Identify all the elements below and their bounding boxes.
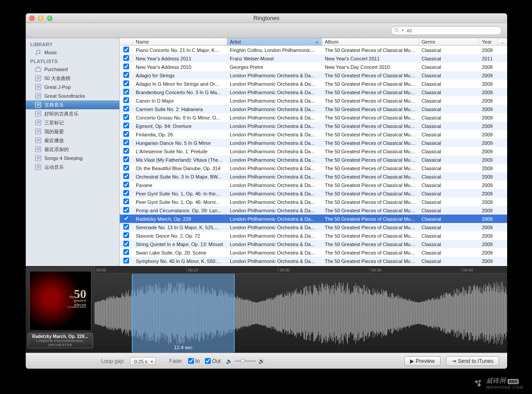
- zoom-button[interactable]: [47, 16, 52, 21]
- sidebar-item[interactable]: Music: [26, 48, 119, 57]
- column-name[interactable]: Name: [133, 38, 227, 45]
- volume-control[interactable]: 🔈 🔊: [226, 358, 265, 364]
- playlist-icon: [35, 137, 42, 144]
- waveform-selection[interactable]: 12.4 sec: [132, 274, 235, 353]
- row-checkbox[interactable]: [120, 123, 133, 129]
- row-checkbox[interactable]: [120, 232, 133, 239]
- row-checkbox[interactable]: [120, 224, 133, 231]
- row-checkbox[interactable]: [120, 165, 133, 171]
- sidebar-item[interactable]: 我的最爱: [26, 127, 119, 136]
- table-row[interactable]: On the Beautiful Blue Danube, Op. 314Lon…: [120, 164, 507, 172]
- row-checkbox[interactable]: [120, 72, 133, 79]
- table-row[interactable]: Swan Lake Suite, Op. 20: ScéneLondon Phi…: [120, 248, 507, 257]
- row-checkbox[interactable]: [120, 249, 133, 256]
- row-checkbox[interactable]: [120, 139, 133, 146]
- table-row[interactable]: Brandenburg Concerto No. 3 In G Ma...Lon…: [120, 88, 507, 96]
- cell-artist: London Philharmonic Orchestra & Da...: [227, 191, 322, 196]
- cell-album: The 50 Greatest Pieces of Classical Musi…: [322, 250, 419, 255]
- cell-year: 2009: [479, 216, 498, 222]
- column-overflow[interactable]: ...: [498, 38, 507, 45]
- table-row[interactable]: Carmen Suite No. 2: HabaneraLondon Philh…: [120, 105, 507, 113]
- table-row[interactable]: New Year's Address 2011Franz Welser-Moes…: [120, 54, 507, 63]
- waveform-area[interactable]: 00:0000:1000:2000:3000:40 12.4 sec: [95, 267, 507, 353]
- row-checkbox[interactable]: [120, 199, 133, 205]
- cell-artist: London Philharmonic Orchestra & Da...: [227, 123, 322, 129]
- table-row[interactable]: Finlandia, Op. 26London Philharmonic Orc…: [120, 130, 507, 139]
- table-row[interactable]: Canon In D MajorLondon Philharmonic Orch…: [120, 96, 507, 105]
- table-row[interactable]: Peer Gynt Suite No. 1, Op. 46: In the...…: [120, 189, 507, 198]
- table-row[interactable]: Orchestral Suite No. 3 In D Major, BW...…: [120, 172, 507, 181]
- table-row[interactable]: Má Vlast (My Fatherland): Vltava (The...…: [120, 155, 507, 164]
- table-body[interactable]: Piano Concerto No. 21 In C Major, K...Fi…: [120, 46, 507, 266]
- row-checkbox[interactable]: [120, 173, 133, 180]
- cell-genre: Classical: [419, 250, 479, 255]
- row-checkbox[interactable]: [120, 80, 133, 87]
- close-button[interactable]: [29, 16, 35, 21]
- search-field[interactable]: ▼: [391, 26, 502, 35]
- table-row[interactable]: Peer Gynt Suite No. 1, Op. 46: Morni...L…: [120, 198, 507, 206]
- row-checkbox[interactable]: [120, 106, 133, 112]
- table-row[interactable]: Adagio for StringsLondon Philharmonic Or…: [120, 71, 507, 80]
- row-checkbox[interactable]: [120, 258, 133, 264]
- column-checkbox[interactable]: [120, 38, 133, 45]
- column-artist[interactable]: Artist▲: [227, 38, 322, 45]
- table-row[interactable]: PavaneLondon Philharmonic Orchestra & Da…: [120, 181, 507, 189]
- column-genre[interactable]: Genre: [419, 38, 479, 45]
- loop-gap-select[interactable]: 0.25 s: [130, 357, 156, 365]
- preview-button[interactable]: ▶Preview: [404, 356, 441, 366]
- sidebar-item[interactable]: 古典音乐: [26, 100, 119, 109]
- row-checkbox[interactable]: [120, 55, 133, 62]
- row-checkbox[interactable]: [120, 241, 133, 247]
- sidebar-item[interactable]: 最近播放: [26, 136, 119, 145]
- row-checkbox[interactable]: [120, 47, 133, 53]
- sidebar-item[interactable]: 三星标记: [26, 118, 119, 127]
- row-checkbox[interactable]: [120, 131, 133, 138]
- volume-slider[interactable]: [234, 360, 256, 362]
- table-row[interactable]: Pomp and Circumstance, Op. 39: Lan...Lon…: [120, 206, 507, 215]
- sidebar-item[interactable]: Songs 4 Sleeping: [26, 154, 119, 163]
- table-row[interactable]: Radetzky March, Op. 228London Philharmon…: [120, 215, 507, 223]
- search-input[interactable]: [406, 28, 499, 33]
- volume-thumb[interactable]: [240, 358, 245, 363]
- sidebar-item[interactable]: Great J-Pop: [26, 83, 119, 92]
- fade-out-checkbox[interactable]: Out: [205, 358, 221, 364]
- table-row[interactable]: Serenade No. 13 In G Major, K. 525,...Lo…: [120, 223, 507, 231]
- row-checkbox[interactable]: [120, 215, 133, 222]
- table-row[interactable]: Adagio In G Minor for Strings and Or...L…: [120, 80, 507, 88]
- sidebar-item[interactable]: Purchased: [26, 65, 119, 74]
- sidebar-item[interactable]: 最近添加的: [26, 145, 119, 154]
- column-year[interactable]: Year: [479, 38, 498, 45]
- minimize-button[interactable]: [38, 16, 43, 21]
- table-row[interactable]: Slavonic Dance No. 2, Op. 72London Philh…: [120, 231, 507, 240]
- row-checkbox[interactable]: [120, 156, 133, 163]
- row-checkbox[interactable]: [120, 64, 133, 70]
- row-checkbox[interactable]: [120, 97, 133, 104]
- row-checkbox[interactable]: [120, 89, 133, 96]
- time-ruler[interactable]: 00:0000:1000:2000:3000:40: [95, 267, 507, 274]
- cell-album: The 50 Greatest Pieces of Classical Musi…: [322, 166, 419, 171]
- album-artwork[interactable]: the50 greatest pieces of classical music: [29, 271, 91, 331]
- row-checkbox[interactable]: [120, 182, 133, 188]
- purchased-icon: [35, 66, 42, 73]
- titlebar[interactable]: Ringtones: [26, 13, 507, 23]
- row-checkbox[interactable]: [120, 190, 133, 197]
- sidebar-item[interactable]: Great Soundtracks: [26, 92, 119, 100]
- row-checkbox[interactable]: [120, 114, 133, 121]
- table-row[interactable]: New Year's Address 2010Georges PretreNew…: [120, 63, 507, 71]
- table-row[interactable]: L'Arlesienne Suite No. 1: PreludeLondon …: [120, 147, 507, 155]
- sidebar-item[interactable]: 50 大金曲榜: [26, 74, 119, 83]
- send-to-itunes-button[interactable]: ⇥Send to iTunes: [446, 356, 499, 366]
- table-row[interactable]: Hungarian Dance No. 5 In G MinorLondon P…: [120, 139, 507, 147]
- table-row[interactable]: String Quintet In e Major, Op. 13: Minue…: [120, 240, 507, 248]
- row-checkbox[interactable]: [120, 207, 133, 214]
- sidebar-item[interactable]: 运动音乐: [26, 163, 119, 171]
- cell-genre: Classical: [419, 208, 479, 213]
- table-row[interactable]: Symphony No. 40 In G Minor, K. 550:...Lo…: [120, 257, 507, 265]
- sidebar-item[interactable]: 好听的古典音乐: [26, 109, 119, 118]
- column-album[interactable]: Album: [322, 38, 419, 45]
- fade-in-checkbox[interactable]: In: [188, 358, 200, 364]
- table-row[interactable]: Concerto Grosso No. 8 In G Minor, O...Lo…: [120, 113, 507, 122]
- row-checkbox[interactable]: [120, 148, 133, 155]
- table-row[interactable]: Piano Concerto No. 21 In C Major, K...Fi…: [120, 46, 507, 54]
- table-row[interactable]: Egmont, Op. 84: OvertureLondon Philharmo…: [120, 122, 507, 130]
